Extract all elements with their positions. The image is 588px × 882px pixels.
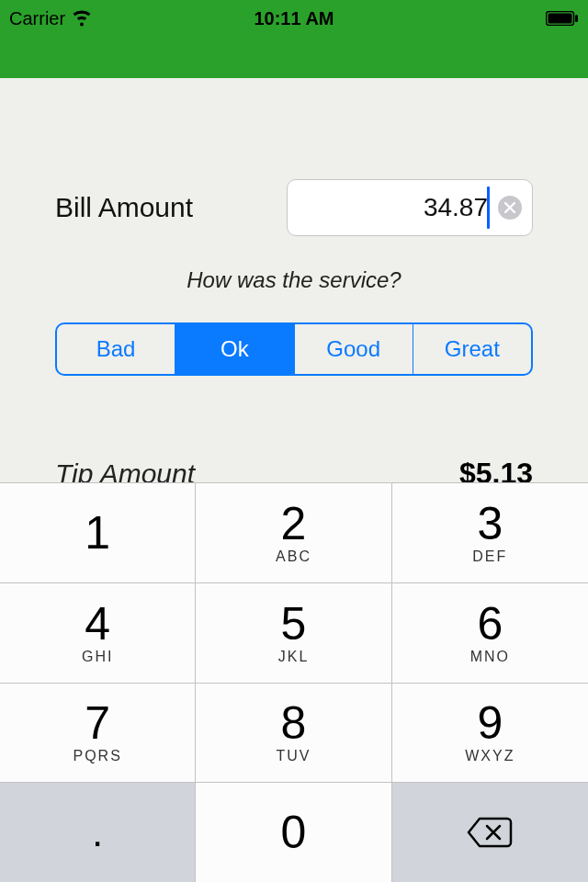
bill-row: Bill Amount: [55, 179, 533, 236]
carrier-label: Carrier: [9, 8, 65, 29]
keypad-digit: 9: [477, 700, 503, 746]
numeric-keypad[interactable]: 12ABC3DEF4GHI5JKL6MNO7PQRS8TUV9WXYZ.0: [0, 482, 588, 882]
keypad-key-3[interactable]: 3DEF: [392, 482, 588, 582]
keypad-digit: .: [92, 812, 103, 853]
clear-button[interactable]: [498, 196, 522, 220]
segment-bad[interactable]: Bad: [57, 324, 175, 374]
keypad-letters: ABC: [276, 548, 311, 565]
text-caret: [487, 187, 490, 229]
keypad-key-5[interactable]: 5JKL: [196, 582, 391, 683]
wifi-icon: [71, 10, 93, 27]
keypad-digit: 0: [281, 809, 307, 855]
service-prompt: How was the service?: [55, 267, 533, 293]
keypad-key-4[interactable]: 4GHI: [0, 582, 196, 683]
segment-good[interactable]: Good: [294, 324, 413, 374]
keypad-digit: 6: [477, 601, 503, 647]
bill-input-wrap[interactable]: [287, 179, 533, 236]
keypad-key-0[interactable]: 0: [196, 782, 391, 882]
segment-great[interactable]: Great: [413, 324, 531, 374]
keypad-key-2[interactable]: 2ABC: [196, 482, 391, 582]
keypad-backspace[interactable]: [392, 782, 588, 882]
segment-ok[interactable]: Ok: [175, 324, 293, 374]
bill-amount-input[interactable]: [287, 179, 533, 236]
keypad-digit: 8: [281, 700, 307, 746]
keypad-letters: JKL: [278, 649, 310, 665]
backspace-icon: [467, 816, 513, 849]
bill-amount-label: Bill Amount: [55, 192, 193, 223]
keypad-key-8[interactable]: 8TUV: [196, 683, 391, 783]
keypad-letters: MNO: [470, 649, 510, 665]
keypad-digit: 4: [85, 601, 110, 647]
close-icon: [504, 202, 515, 213]
service-segmented-control[interactable]: BadOkGoodGreat: [55, 322, 533, 376]
keypad-key-6[interactable]: 6MNO: [392, 582, 588, 683]
keypad-letters: PQRS: [73, 748, 121, 764]
keypad-digit: 3: [477, 501, 503, 547]
keypad-digit: 2: [281, 501, 307, 547]
svg-rect-1: [548, 14, 572, 24]
keypad-key-1[interactable]: 1: [0, 482, 196, 582]
keypad-key-dot[interactable]: .: [0, 782, 196, 882]
keypad-letters: DEF: [472, 548, 507, 565]
battery-icon: [546, 11, 579, 26]
keypad-letters: WXYZ: [465, 748, 514, 764]
keypad-key-9[interactable]: 9WXYZ: [392, 683, 588, 783]
nav-bar: [0, 37, 588, 78]
svg-rect-2: [575, 15, 578, 22]
keypad-digit: 1: [85, 510, 110, 556]
status-bar: Carrier 10:11 AM: [0, 0, 588, 37]
keypad-digit: 5: [281, 601, 307, 647]
keypad-letters: TUV: [276, 748, 311, 764]
keypad-letters: GHI: [82, 649, 113, 665]
keypad-key-7[interactable]: 7PQRS: [0, 683, 196, 783]
keypad-digit: 7: [85, 700, 110, 746]
